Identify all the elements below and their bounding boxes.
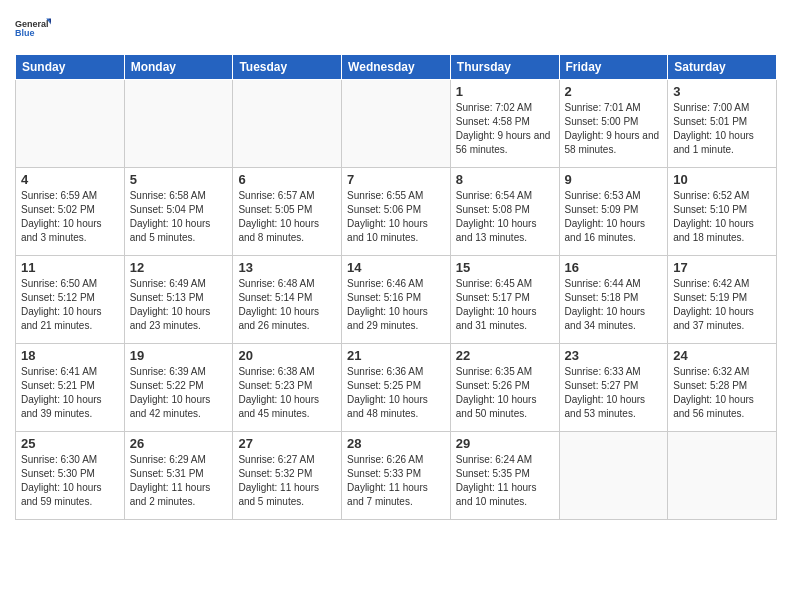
calendar-header-row: SundayMondayTuesdayWednesdayThursdayFrid… — [16, 55, 777, 80]
calendar-header-friday: Friday — [559, 55, 668, 80]
calendar-cell — [124, 80, 233, 168]
day-info: Sunrise: 6:27 AM Sunset: 5:32 PM Dayligh… — [238, 453, 336, 509]
calendar-cell: 21Sunrise: 6:36 AM Sunset: 5:25 PM Dayli… — [342, 344, 451, 432]
day-number: 12 — [130, 260, 228, 275]
calendar-cell — [342, 80, 451, 168]
day-number: 21 — [347, 348, 445, 363]
calendar-header-saturday: Saturday — [668, 55, 777, 80]
day-info: Sunrise: 7:02 AM Sunset: 4:58 PM Dayligh… — [456, 101, 554, 157]
day-number: 8 — [456, 172, 554, 187]
day-info: Sunrise: 6:59 AM Sunset: 5:02 PM Dayligh… — [21, 189, 119, 245]
day-info: Sunrise: 6:39 AM Sunset: 5:22 PM Dayligh… — [130, 365, 228, 421]
day-info: Sunrise: 6:42 AM Sunset: 5:19 PM Dayligh… — [673, 277, 771, 333]
day-number: 23 — [565, 348, 663, 363]
day-info: Sunrise: 6:26 AM Sunset: 5:33 PM Dayligh… — [347, 453, 445, 509]
calendar-week-row: 18Sunrise: 6:41 AM Sunset: 5:21 PM Dayli… — [16, 344, 777, 432]
day-number: 7 — [347, 172, 445, 187]
day-info: Sunrise: 6:36 AM Sunset: 5:25 PM Dayligh… — [347, 365, 445, 421]
calendar-cell: 8Sunrise: 6:54 AM Sunset: 5:08 PM Daylig… — [450, 168, 559, 256]
calendar-cell: 19Sunrise: 6:39 AM Sunset: 5:22 PM Dayli… — [124, 344, 233, 432]
day-info: Sunrise: 6:24 AM Sunset: 5:35 PM Dayligh… — [456, 453, 554, 509]
calendar-cell: 20Sunrise: 6:38 AM Sunset: 5:23 PM Dayli… — [233, 344, 342, 432]
day-number: 19 — [130, 348, 228, 363]
day-info: Sunrise: 6:52 AM Sunset: 5:10 PM Dayligh… — [673, 189, 771, 245]
calendar-cell: 9Sunrise: 6:53 AM Sunset: 5:09 PM Daylig… — [559, 168, 668, 256]
day-number: 16 — [565, 260, 663, 275]
calendar-cell: 12Sunrise: 6:49 AM Sunset: 5:13 PM Dayli… — [124, 256, 233, 344]
calendar-cell: 25Sunrise: 6:30 AM Sunset: 5:30 PM Dayli… — [16, 432, 125, 520]
day-number: 3 — [673, 84, 771, 99]
day-info: Sunrise: 6:49 AM Sunset: 5:13 PM Dayligh… — [130, 277, 228, 333]
calendar-week-row: 1Sunrise: 7:02 AM Sunset: 4:58 PM Daylig… — [16, 80, 777, 168]
calendar-table: SundayMondayTuesdayWednesdayThursdayFrid… — [15, 54, 777, 520]
calendar-header-monday: Monday — [124, 55, 233, 80]
calendar-cell: 3Sunrise: 7:00 AM Sunset: 5:01 PM Daylig… — [668, 80, 777, 168]
logo-icon: General Blue — [15, 10, 51, 46]
day-info: Sunrise: 6:45 AM Sunset: 5:17 PM Dayligh… — [456, 277, 554, 333]
calendar-header-tuesday: Tuesday — [233, 55, 342, 80]
day-number: 28 — [347, 436, 445, 451]
calendar-header-sunday: Sunday — [16, 55, 125, 80]
calendar-cell: 6Sunrise: 6:57 AM Sunset: 5:05 PM Daylig… — [233, 168, 342, 256]
calendar-cell: 24Sunrise: 6:32 AM Sunset: 5:28 PM Dayli… — [668, 344, 777, 432]
calendar-cell: 5Sunrise: 6:58 AM Sunset: 5:04 PM Daylig… — [124, 168, 233, 256]
day-number: 6 — [238, 172, 336, 187]
svg-text:General: General — [15, 19, 49, 29]
calendar-cell — [668, 432, 777, 520]
day-number: 27 — [238, 436, 336, 451]
day-number: 11 — [21, 260, 119, 275]
day-number: 29 — [456, 436, 554, 451]
day-info: Sunrise: 6:55 AM Sunset: 5:06 PM Dayligh… — [347, 189, 445, 245]
day-number: 15 — [456, 260, 554, 275]
calendar-week-row: 11Sunrise: 6:50 AM Sunset: 5:12 PM Dayli… — [16, 256, 777, 344]
day-info: Sunrise: 6:35 AM Sunset: 5:26 PM Dayligh… — [456, 365, 554, 421]
day-number: 24 — [673, 348, 771, 363]
day-info: Sunrise: 6:38 AM Sunset: 5:23 PM Dayligh… — [238, 365, 336, 421]
day-info: Sunrise: 6:29 AM Sunset: 5:31 PM Dayligh… — [130, 453, 228, 509]
day-number: 22 — [456, 348, 554, 363]
day-info: Sunrise: 6:33 AM Sunset: 5:27 PM Dayligh… — [565, 365, 663, 421]
calendar-cell: 4Sunrise: 6:59 AM Sunset: 5:02 PM Daylig… — [16, 168, 125, 256]
calendar-cell: 15Sunrise: 6:45 AM Sunset: 5:17 PM Dayli… — [450, 256, 559, 344]
calendar-cell: 22Sunrise: 6:35 AM Sunset: 5:26 PM Dayli… — [450, 344, 559, 432]
day-info: Sunrise: 6:54 AM Sunset: 5:08 PM Dayligh… — [456, 189, 554, 245]
calendar-cell: 14Sunrise: 6:46 AM Sunset: 5:16 PM Dayli… — [342, 256, 451, 344]
day-info: Sunrise: 6:53 AM Sunset: 5:09 PM Dayligh… — [565, 189, 663, 245]
day-number: 20 — [238, 348, 336, 363]
calendar-week-row: 4Sunrise: 6:59 AM Sunset: 5:02 PM Daylig… — [16, 168, 777, 256]
day-number: 18 — [21, 348, 119, 363]
day-number: 25 — [21, 436, 119, 451]
calendar-cell: 18Sunrise: 6:41 AM Sunset: 5:21 PM Dayli… — [16, 344, 125, 432]
calendar-cell: 23Sunrise: 6:33 AM Sunset: 5:27 PM Dayli… — [559, 344, 668, 432]
day-number: 14 — [347, 260, 445, 275]
day-info: Sunrise: 6:46 AM Sunset: 5:16 PM Dayligh… — [347, 277, 445, 333]
page-container: General Blue SundayMondayTuesdayWednesda… — [0, 0, 792, 612]
day-info: Sunrise: 6:57 AM Sunset: 5:05 PM Dayligh… — [238, 189, 336, 245]
day-info: Sunrise: 6:44 AM Sunset: 5:18 PM Dayligh… — [565, 277, 663, 333]
calendar-cell — [233, 80, 342, 168]
header: General Blue — [15, 10, 777, 46]
day-info: Sunrise: 6:32 AM Sunset: 5:28 PM Dayligh… — [673, 365, 771, 421]
day-number: 4 — [21, 172, 119, 187]
day-number: 9 — [565, 172, 663, 187]
calendar-header-thursday: Thursday — [450, 55, 559, 80]
day-number: 5 — [130, 172, 228, 187]
day-number: 17 — [673, 260, 771, 275]
day-number: 26 — [130, 436, 228, 451]
day-info: Sunrise: 6:50 AM Sunset: 5:12 PM Dayligh… — [21, 277, 119, 333]
calendar-week-row: 25Sunrise: 6:30 AM Sunset: 5:30 PM Dayli… — [16, 432, 777, 520]
calendar-cell — [559, 432, 668, 520]
day-info: Sunrise: 6:41 AM Sunset: 5:21 PM Dayligh… — [21, 365, 119, 421]
calendar-cell: 26Sunrise: 6:29 AM Sunset: 5:31 PM Dayli… — [124, 432, 233, 520]
calendar-cell: 10Sunrise: 6:52 AM Sunset: 5:10 PM Dayli… — [668, 168, 777, 256]
calendar-cell: 2Sunrise: 7:01 AM Sunset: 5:00 PM Daylig… — [559, 80, 668, 168]
logo: General Blue — [15, 10, 51, 46]
calendar-header-wednesday: Wednesday — [342, 55, 451, 80]
day-number: 2 — [565, 84, 663, 99]
calendar-cell: 17Sunrise: 6:42 AM Sunset: 5:19 PM Dayli… — [668, 256, 777, 344]
calendar-cell: 16Sunrise: 6:44 AM Sunset: 5:18 PM Dayli… — [559, 256, 668, 344]
calendar-cell: 28Sunrise: 6:26 AM Sunset: 5:33 PM Dayli… — [342, 432, 451, 520]
calendar-cell: 1Sunrise: 7:02 AM Sunset: 4:58 PM Daylig… — [450, 80, 559, 168]
day-info: Sunrise: 7:00 AM Sunset: 5:01 PM Dayligh… — [673, 101, 771, 157]
day-number: 13 — [238, 260, 336, 275]
